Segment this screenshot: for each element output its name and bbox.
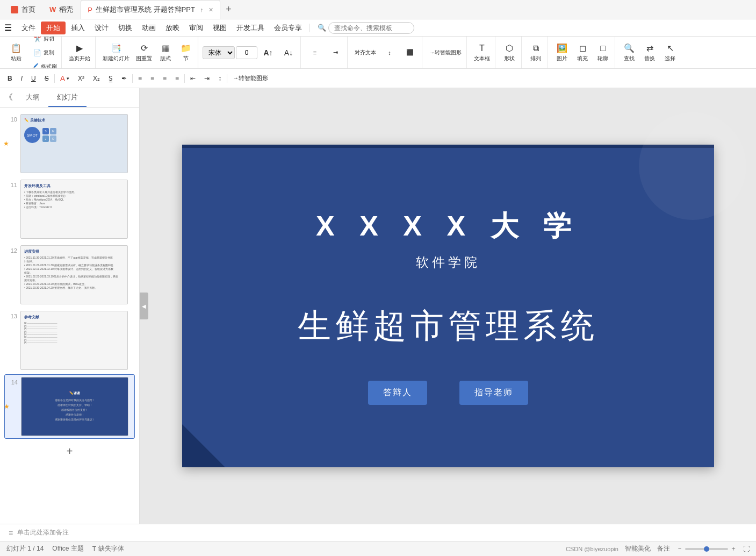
- fit-screen-btn[interactable]: ⛶: [743, 545, 750, 553]
- defender-btn[interactable]: 答辩人: [368, 381, 427, 405]
- font-size-input[interactable]: [236, 46, 257, 59]
- bold-btn[interactable]: B: [4, 73, 16, 84]
- shape-btn[interactable]: ⬡ 形状: [500, 41, 519, 64]
- hamburger-menu[interactable]: ☰: [4, 23, 12, 33]
- add-slide-btn[interactable]: +: [4, 441, 135, 462]
- menu-transition[interactable]: 切换: [114, 21, 136, 35]
- align-center-text-btn[interactable]: ≡: [147, 73, 157, 84]
- list-icon: ≡: [313, 49, 316, 56]
- menu-view[interactable]: 视图: [208, 21, 231, 35]
- slide-item[interactable]: 12 进度安排 • 2021.11.30-2021.01.20 市场资料、不了a…: [4, 243, 135, 306]
- scroll-left-btn[interactable]: ◀: [140, 293, 148, 319]
- format-brush-btn[interactable]: 🖌️ 格式刷: [27, 60, 59, 69]
- slide-item[interactable]: ★ 10 ✏️ 关键技术 SMOT S M: [4, 112, 135, 175]
- indent-left-btn[interactable]: ⇤: [187, 73, 199, 84]
- menu-design[interactable]: 设计: [90, 21, 113, 35]
- tab-close-btn[interactable]: ✕: [208, 6, 213, 13]
- outline-icon: □: [597, 43, 608, 54]
- missing-font-btn[interactable]: T 缺失字体: [92, 544, 124, 553]
- tab-wps[interactable]: W 稻壳: [43, 0, 80, 19]
- new-slide-label: 新建幻灯片: [103, 55, 129, 62]
- line-spacing-btn[interactable]: ↕: [215, 73, 225, 84]
- tab-home[interactable]: 首页: [4, 0, 42, 19]
- zoom-in-btn[interactable]: ＋: [730, 544, 737, 553]
- menu-review[interactable]: 审阅: [185, 21, 207, 35]
- smart-art-btn[interactable]: →转智能图形: [229, 73, 271, 84]
- special-char-btn[interactable]: ✒: [118, 73, 130, 84]
- cut-btn[interactable]: ✂️ 剪切: [27, 37, 59, 45]
- image-btn[interactable]: 🖼️ 图片: [552, 41, 572, 64]
- menu-insert[interactable]: 插入: [67, 21, 89, 35]
- menu-file[interactable]: 文件: [17, 21, 40, 35]
- beautify-btn[interactable]: 智能美化: [625, 544, 651, 553]
- indent-btn[interactable]: ⇥: [326, 47, 345, 58]
- toolbar-slide-group: 📑 新建幻灯片 ⟳ 图重置 ▦ 版式 📁 节: [98, 37, 198, 68]
- zoom-slider[interactable]: [685, 548, 728, 550]
- tab-slides[interactable]: 幻灯片: [48, 88, 87, 107]
- zoom-out-btn[interactable]: －: [676, 544, 683, 553]
- slide-num-14: 14: [7, 377, 18, 386]
- menu-animation[interactable]: 动画: [138, 21, 160, 35]
- play-btn[interactable]: ▶ 当页开始: [66, 41, 93, 64]
- reset-btn[interactable]: ⟳ 图重置: [133, 41, 155, 64]
- format-brush-label: 格式刷: [41, 63, 57, 69]
- tab-outline[interactable]: 大纲: [17, 88, 48, 107]
- find-btn[interactable]: 🔍 查找: [620, 41, 639, 64]
- replace-btn[interactable]: ⇄ 替换: [640, 41, 659, 64]
- tab-doc[interactable]: P 生鲜超市管理系统 开题答辩PPT ↑ ✕: [81, 0, 220, 19]
- menu-start[interactable]: 开始: [41, 22, 66, 34]
- menu-slideshow[interactable]: 放映: [161, 21, 184, 35]
- slide-item[interactable]: ★ 14 ✏️ 谢谢 感谢各位老师对我的关注与指导！ 感谢师生对我的支持、帮助！…: [4, 374, 135, 439]
- smart-shape-btn[interactable]: →转智能图形: [427, 47, 464, 58]
- collapse-btn[interactable]: 《: [0, 92, 17, 103]
- slide-item[interactable]: 13 参考文献 [1] —————————————— [2] —————————…: [4, 309, 135, 372]
- font-size-down-btn[interactable]: A↓: [279, 47, 298, 59]
- font-size-up-btn[interactable]: A↑: [258, 47, 278, 59]
- list-btn[interactable]: ≡: [305, 48, 325, 58]
- sort-btn[interactable]: ↕: [380, 48, 399, 58]
- font-family-select[interactable]: 宋体: [203, 46, 235, 59]
- paste-btn[interactable]: 📋 粘贴: [6, 41, 26, 64]
- search-input[interactable]: [328, 22, 414, 34]
- theme-info: Office 主题: [52, 544, 83, 553]
- indent-right-btn[interactable]: ⇥: [201, 73, 213, 84]
- font-color-btn[interactable]: A ▾: [57, 73, 73, 84]
- slide-content-area[interactable]: ◀ X X X X 大 学 软件学院 生鲜超市管理系统 答辩人 指导老师: [140, 88, 756, 524]
- justify-text-btn[interactable]: ≡: [172, 73, 182, 84]
- underline-btn[interactable]: U: [28, 73, 39, 84]
- textbox-btn[interactable]: T 文本框: [471, 41, 493, 64]
- align-text-btn[interactable]: 对齐文本: [352, 47, 379, 58]
- slide-thumb-13: 参考文献 [1] —————————————— [2] ————————————…: [20, 311, 128, 370]
- slide-university: X X X X 大 学: [316, 208, 580, 245]
- replace-icon: ⇄: [644, 43, 655, 54]
- superscript-btn[interactable]: X²: [75, 73, 88, 84]
- advisor-btn[interactable]: 指导老师: [459, 381, 528, 405]
- shadow-btn[interactable]: S̲: [105, 73, 116, 84]
- layout-btn[interactable]: ▦ 版式: [156, 41, 175, 64]
- select-label: 选择: [665, 55, 675, 62]
- align-left-btn[interactable]: ⬛: [400, 47, 420, 58]
- copy-icon: 📄: [32, 47, 42, 58]
- new-slide-btn[interactable]: 📑 新建幻灯片: [100, 41, 132, 64]
- fill-btn[interactable]: ◻ 填充: [573, 41, 592, 64]
- slide-item[interactable]: 11 开发环境及工具 • 下载各类开发工具并进行相关的学习使用。 • 前期：wi…: [4, 177, 135, 241]
- menu-dev[interactable]: 开发工具: [232, 21, 269, 35]
- strikethrough-btn[interactable]: S: [41, 73, 52, 84]
- superscript-icon: X²: [78, 75, 84, 82]
- tab-add-btn[interactable]: +: [221, 0, 236, 19]
- select-btn[interactable]: ↖ 选择: [660, 41, 680, 64]
- indent-icon: ⇥: [333, 49, 338, 56]
- subscript-btn[interactable]: X₂: [90, 73, 103, 84]
- menu-bar: ☰ 文件 开始 插入 设计 切换 动画 放映 审阅 视图 开发工具 会员专享 🔍: [0, 19, 756, 37]
- notes-placeholder[interactable]: 单击此处添加备注: [17, 528, 69, 537]
- title-bar: 首页 W 稻壳 P 生鲜超市管理系统 开题答辩PPT ↑ ✕ +: [0, 0, 756, 19]
- outline-btn[interactable]: □ 轮廓: [593, 41, 613, 64]
- italic-btn[interactable]: I: [18, 73, 26, 84]
- copy-btn[interactable]: 📄 复制: [27, 46, 59, 59]
- align-left-text-btn[interactable]: ≡: [135, 73, 145, 84]
- arrange-btn[interactable]: ⧉ 排列: [526, 41, 545, 64]
- align-right-text-btn[interactable]: ≡: [160, 73, 170, 84]
- notes-toggle-btn[interactable]: 备注: [657, 544, 670, 553]
- section-btn[interactable]: 📁 节: [176, 41, 196, 64]
- menu-member[interactable]: 会员专享: [270, 21, 306, 35]
